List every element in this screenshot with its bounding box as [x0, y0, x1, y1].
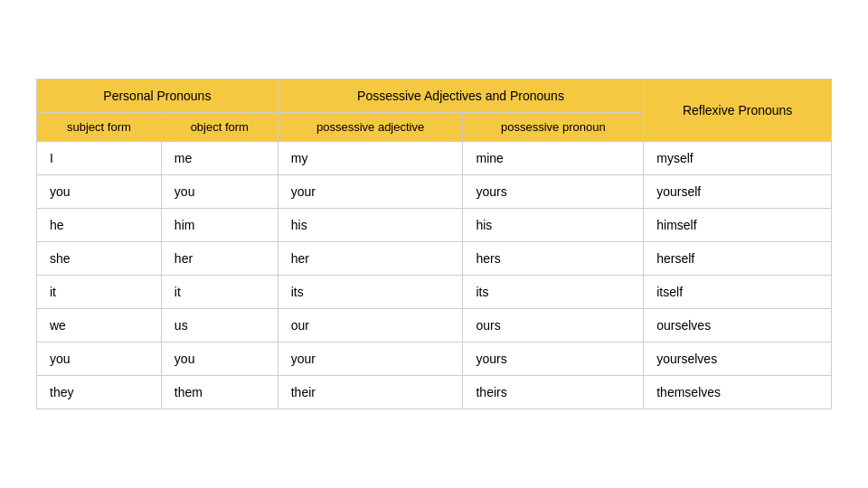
- table-cell: herself: [644, 242, 832, 276]
- table-cell: mine: [463, 142, 644, 175]
- table-cell: your: [278, 343, 463, 376]
- table-row: youyouyouryoursyourself: [37, 175, 832, 209]
- table-cell: its: [278, 276, 463, 309]
- table-cell: she: [37, 242, 162, 276]
- pronouns-table: Personal Pronouns Possessive Adjectives …: [36, 79, 832, 409]
- possessive-pronoun-header: possessive pronoun: [463, 113, 644, 142]
- table-cell: themselves: [644, 376, 832, 409]
- table-row: Imemyminemyself: [37, 142, 832, 175]
- table-cell: them: [161, 376, 278, 409]
- object-form-header: object form: [161, 113, 278, 142]
- table-cell: itself: [644, 276, 832, 309]
- main-table-container: Personal Pronouns Possessive Adjectives …: [36, 79, 832, 409]
- table-cell: you: [37, 343, 162, 376]
- table-cell: yourself: [644, 175, 832, 209]
- table-cell: us: [161, 309, 278, 343]
- table-cell: her: [278, 242, 463, 276]
- table-cell: me: [161, 142, 278, 175]
- table-row: hehimhishishimself: [37, 209, 832, 242]
- table-body: Imemyminemyselfyouyouyouryoursyourselfhe…: [37, 142, 832, 409]
- table-cell: you: [161, 343, 278, 376]
- table-cell: your: [278, 175, 463, 209]
- table-cell: their: [278, 376, 463, 409]
- table-cell: him: [161, 209, 278, 242]
- table-cell: it: [161, 276, 278, 309]
- table-cell: hers: [463, 242, 644, 276]
- table-cell: you: [37, 175, 162, 209]
- table-cell: ourselves: [644, 309, 832, 343]
- table-cell: his: [463, 209, 644, 242]
- header-row: Personal Pronouns Possessive Adjectives …: [37, 80, 832, 113]
- personal-pronouns-header: Personal Pronouns: [37, 80, 278, 113]
- table-cell: her: [161, 242, 278, 276]
- table-cell: its: [463, 276, 644, 309]
- table-cell: my: [278, 142, 463, 175]
- table-cell: he: [37, 209, 162, 242]
- table-cell: ours: [463, 309, 644, 343]
- table-cell: his: [278, 209, 463, 242]
- table-cell: you: [161, 175, 278, 209]
- table-cell: it: [37, 276, 162, 309]
- possessive-adjective-header: possessive adjective: [278, 113, 463, 142]
- table-cell: yours: [463, 175, 644, 209]
- table-cell: himself: [644, 209, 832, 242]
- possessive-header: Possessive Adjectives and Pronouns: [278, 80, 644, 113]
- table-cell: they: [37, 376, 162, 409]
- table-row: itititsitsitself: [37, 276, 832, 309]
- table-cell: yours: [463, 343, 644, 376]
- table-cell: we: [37, 309, 162, 343]
- table-row: sheherherhersherself: [37, 242, 832, 276]
- subject-form-header: subject form: [37, 113, 162, 142]
- table-row: youyouyouryoursyourselves: [37, 343, 832, 376]
- table-row: weusouroursourselves: [37, 309, 832, 343]
- table-cell: our: [278, 309, 463, 343]
- table-cell: yourselves: [644, 343, 832, 376]
- table-cell: I: [37, 142, 162, 175]
- reflexive-header: Reflexive Pronouns: [644, 80, 832, 142]
- table-cell: theirs: [463, 376, 644, 409]
- table-cell: myself: [644, 142, 832, 175]
- table-row: theythemtheirtheirsthemselves: [37, 376, 832, 409]
